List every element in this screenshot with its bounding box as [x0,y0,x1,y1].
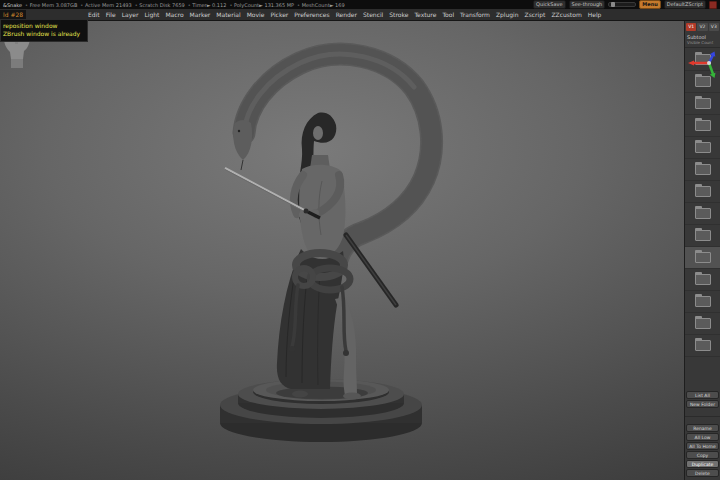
menu-help[interactable]: Help [588,11,602,18]
button-all-to-home[interactable]: All To Home [686,442,719,450]
button-list-all[interactable]: List All [686,391,719,399]
subtool-folder-list [685,48,720,388]
notification-line: ZBrush window is already [3,30,85,38]
menu-render[interactable]: Render [336,11,357,18]
folder-icon [695,164,711,175]
panel-tab-v3[interactable]: V3 [709,23,719,31]
status-bar: &Snake Free Mem 3.087GBActive Mem 21493S… [0,0,720,9]
subtool-folder[interactable] [685,247,720,269]
menu-marker[interactable]: Marker [190,11,211,18]
document-canvas[interactable] [0,21,684,480]
folder-icon [695,274,711,285]
subtool-folder[interactable] [685,181,720,203]
button-rename[interactable]: Rename [686,424,719,432]
subtool-panel: V1V2V3 Subtool Visible Count List AllNew… [684,21,720,480]
subtool-folder[interactable] [685,335,720,357]
menu-preferences[interactable]: Preferences [294,11,329,18]
folder-icon [695,318,711,329]
panel-divider [685,411,720,417]
panel-top-buttons: List AllNew Folder [685,388,720,411]
folder-icon [695,296,711,307]
axis-x-arrow-icon[interactable] [688,61,694,66]
menu-tool[interactable]: Tool [442,11,454,18]
status-stat: Active Mem 21493 [80,2,131,8]
subtool-folder[interactable] [685,225,720,247]
folder-icon [695,186,711,197]
subtool-folder[interactable] [685,203,720,225]
menu-transform[interactable]: Transform [460,11,490,18]
folder-icon [695,98,711,109]
menu-button[interactable]: Menu [639,0,661,9]
subtool-folder[interactable] [685,313,720,335]
menu-light[interactable]: Light [144,11,159,18]
menu-layer[interactable]: Layer [122,11,139,18]
subtool-folder[interactable] [685,137,720,159]
subtool-folder[interactable] [685,291,720,313]
see-through-button[interactable]: See-through [569,0,606,9]
axis-gizmo[interactable] [685,50,719,80]
menu-movie[interactable]: Movie [247,11,265,18]
subtool-folder[interactable] [685,159,720,181]
menu-file[interactable]: File [106,11,116,18]
notification-lines: reposition windowZBrush window is alread… [0,19,88,42]
menu-items: EditFileLayerLightMacroMarkerMaterialMov… [88,11,601,18]
default-zscript-button[interactable]: DefaultZScript [664,0,706,9]
folder-icon [695,340,711,351]
menu-picker[interactable]: Picker [270,11,288,18]
subtool-folder[interactable] [685,269,720,291]
menu-texture[interactable]: Texture [414,11,436,18]
button-copy[interactable]: Copy [686,451,719,459]
zbrush-window: &Snake Free Mem 3.087GBActive Mem 21493S… [0,0,720,480]
notification-popup: ld #28 reposition windowZBrush window is… [0,10,88,42]
status-stat: Free Mem 3.087GB [25,2,77,8]
button-all-low[interactable]: All Low [686,433,719,441]
status-stats: Free Mem 3.087GBActive Mem 21493Scratch … [25,2,345,8]
panel-bottom-buttons: RenameAll LowAll To HomeCopyDuplicateDel… [685,421,720,480]
menu-zscript[interactable]: Zscript [525,11,546,18]
panel-tab-v2[interactable]: V2 [697,23,707,31]
menu-bar: EditFileLayerLightMacroMarkerMaterialMov… [0,9,720,21]
menu-zzcustom[interactable]: ZZcustom [551,11,581,18]
status-stat: Timer► 0.112 [188,2,227,8]
menu-edit[interactable]: Edit [88,11,100,18]
folder-icon [695,142,711,153]
see-through-slider[interactable] [608,2,636,7]
subtool-title: Subtool [685,32,720,40]
subtool-subtitle: Visible Count [685,40,720,48]
menu-macro[interactable]: Macro [165,11,183,18]
status-stat: Scratch Disk 7659 [135,2,185,8]
button-delete[interactable]: Delete [686,469,719,477]
status-bar-right: QuickSave See-through Menu DefaultZScrip… [533,0,717,9]
project-title: &Snake [3,2,22,8]
subtool-tabs: V1V2V3 [685,21,720,32]
button-new-folder[interactable]: New Folder [686,400,719,408]
folder-icon [695,208,711,219]
button-duplicate[interactable]: Duplicate [686,460,719,468]
status-stat: MeshCount► 169 [297,2,345,8]
notification-title: ld #28 [0,10,26,19]
menu-stencil[interactable]: Stencil [363,11,383,18]
folder-icon [695,230,711,241]
slider-knob-icon[interactable] [611,2,615,7]
sculpture [0,21,684,480]
panel-tab-v1[interactable]: V1 [686,23,696,31]
folder-icon [695,120,711,131]
notification-line: reposition window [3,22,85,30]
menu-stroke[interactable]: Stroke [389,11,408,18]
subtool-folder[interactable] [685,115,720,137]
subtool-folder[interactable] [685,93,720,115]
folder-icon [695,252,711,263]
quicksave-button[interactable]: QuickSave [533,0,565,9]
status-stat: PolyCount► 131.365 MP [229,2,294,8]
zscript-icon[interactable] [709,1,717,9]
menu-zplugin[interactable]: Zplugin [496,11,519,18]
menu-material[interactable]: Material [216,11,240,18]
